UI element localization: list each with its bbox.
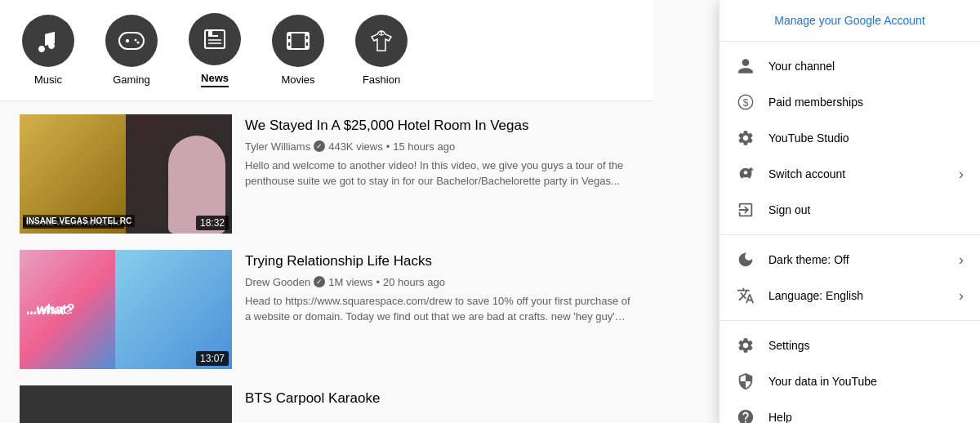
video-list: INSANE VEGAS HOTEL RC 18:32 We Stayed In… (0, 101, 653, 423)
video-info-1: We Stayed In A $25,000 Hotel Room In Veg… (245, 114, 634, 234)
channel-name-2: Drew Gooden (245, 276, 310, 288)
category-movies[interactable]: Movies (270, 15, 327, 86)
category-music[interactable]: Music (20, 15, 77, 86)
person-icon (736, 56, 755, 76)
video-meta-2: Drew Gooden ✓ 1M views • 20 hours ago (245, 276, 634, 288)
svg-text:$: $ (743, 97, 749, 109)
dropdown-section-account: Your channel $ Paid memberships (719, 42, 980, 235)
your-data-label: Your data in YouTube (768, 375, 964, 388)
gaming-label: Gaming (113, 73, 150, 86)
categories-row: Music Gaming (0, 0, 653, 101)
dropdown-item-settings[interactable]: Settings (719, 327, 980, 363)
svg-rect-0 (119, 33, 144, 49)
category-gaming[interactable]: Gaming (103, 15, 160, 86)
settings-icon (736, 336, 755, 355)
language-label: Language: English (768, 289, 946, 302)
video-views-1: 443K views (328, 140, 382, 153)
dollar-icon: $ (736, 92, 755, 112)
dropdown-item-switch-account[interactable]: Switch account › (719, 156, 980, 192)
youtube-studio-label: YouTube Studio (768, 131, 964, 145)
fashion-label: Fashion (363, 73, 400, 86)
fashion-icon (355, 15, 408, 67)
svg-point-4 (137, 42, 140, 44)
duration-badge-1: 18:32 (196, 216, 229, 230)
main-content: Music Gaming (0, 0, 653, 423)
gear-icon (736, 128, 755, 148)
movies-icon (272, 15, 324, 67)
your-channel-label: Your channel (768, 60, 964, 73)
video-title-1[interactable]: We Stayed In A $25,000 Hotel Room In Veg… (245, 116, 634, 136)
dropdown-item-help[interactable]: Help (719, 399, 980, 423)
video-item-2[interactable]: ...what? 13:07 Trying Relationship Life … (20, 250, 634, 369)
dark-theme-label: Dark theme: Off (768, 253, 946, 266)
video-item-1[interactable]: INSANE VEGAS HOTEL RC 18:32 We Stayed In… (20, 114, 634, 234)
dropdown-item-sign-out[interactable]: Sign out (719, 192, 980, 228)
video-time-1: 15 hours ago (393, 140, 455, 153)
dropdown-section-misc: Settings Your data in YouTube Help (719, 321, 980, 423)
news-icon (189, 13, 241, 65)
thumbnail-overlay-label-2: ...what? (26, 303, 72, 317)
shield-icon (736, 372, 755, 391)
paid-memberships-label: Paid memberships (768, 96, 964, 109)
dropdown-item-paid-memberships[interactable]: $ Paid memberships (719, 84, 980, 120)
dropdown-section-preferences: Dark theme: Off › Language: English › (719, 235, 980, 321)
video-description-1: Hello and welcome to another video! In t… (245, 158, 634, 189)
video-meta-1: Tyler Williams ✓ 443K views • 15 hours a… (245, 140, 634, 153)
gaming-icon (105, 15, 158, 67)
dropdown-item-your-channel[interactable]: Your channel (719, 48, 980, 84)
news-label: News (201, 72, 229, 87)
video-info-3: BTS Carpool Karaoke (245, 385, 634, 423)
help-icon (736, 407, 755, 423)
translate-icon (736, 286, 755, 305)
music-label: Music (34, 73, 62, 86)
video-title-2[interactable]: Trying Relationship Life Hacks (245, 252, 634, 271)
movies-label: Movies (281, 73, 314, 86)
duration-badge-2: 13:07 (196, 351, 229, 366)
dropdown-item-your-data[interactable]: Your data in YouTube (719, 363, 980, 399)
manage-google-account-link[interactable]: Manage your Google Account (774, 14, 924, 27)
video-info-2: Trying Relationship Life Hacks Drew Good… (245, 250, 634, 369)
music-icon (22, 15, 74, 67)
verified-icon-2: ✓ (314, 276, 325, 287)
dropdown-header: Manage your Google Account (719, 0, 980, 42)
switch-account-label: Switch account (768, 167, 946, 180)
dropdown-item-youtube-studio[interactable]: YouTube Studio (719, 120, 980, 156)
svg-rect-5 (205, 30, 225, 48)
video-item-3[interactable]: BTS Carpool Karaoke (20, 385, 634, 423)
category-fashion[interactable]: Fashion (353, 15, 410, 86)
dropdown-menu: Manage your Google Account Your channel … (719, 0, 980, 423)
video-views-2: 1M views (328, 276, 372, 288)
settings-label: Settings (768, 339, 964, 352)
video-thumbnail-2[interactable]: ...what? 13:07 (20, 250, 232, 369)
category-news[interactable]: News (186, 13, 243, 87)
video-thumbnail-3[interactable] (20, 385, 232, 423)
video-thumbnail-1[interactable]: INSANE VEGAS HOTEL RC 18:32 (20, 114, 232, 234)
sign-out-label: Sign out (768, 203, 964, 216)
dropdown-item-dark-theme[interactable]: Dark theme: Off › (719, 242, 980, 278)
signout-icon (736, 200, 755, 220)
svg-rect-9 (208, 30, 212, 36)
channel-name-1: Tyler Williams (245, 140, 310, 153)
switch-account-icon (736, 164, 755, 184)
switch-account-chevron: › (959, 166, 964, 183)
video-time-2: 20 hours ago (383, 276, 445, 288)
dropdown-item-language[interactable]: Language: English › (719, 278, 980, 314)
dark-theme-icon (736, 250, 755, 269)
verified-icon-1: ✓ (314, 140, 325, 152)
video-title-3[interactable]: BTS Carpool Karaoke (245, 387, 634, 407)
language-chevron: › (959, 287, 964, 305)
video-description-2: Head to https://www.squarespace.com/drew… (245, 293, 634, 325)
svg-point-3 (135, 39, 137, 42)
help-label: Help (768, 411, 964, 423)
dark-theme-chevron: › (959, 252, 964, 269)
thumbnail-overlay-label-1: INSANE VEGAS HOTEL RC (23, 217, 124, 229)
